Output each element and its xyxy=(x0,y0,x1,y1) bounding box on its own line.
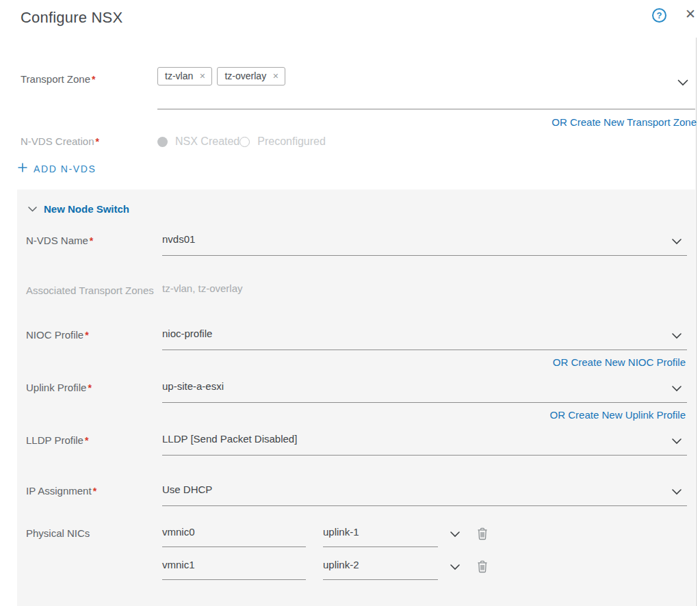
create-uplink-profile-link[interactable]: OR Create New Uplink Profile xyxy=(550,409,686,421)
lldp-profile-select[interactable]: LLDP [Send Packet Disabled] xyxy=(162,433,687,456)
nvds-creation-row: N-VDS Creation* NSX Created Preconfigure… xyxy=(21,135,695,148)
transport-zone-link-row: OR Create New Transport Zone xyxy=(21,116,697,129)
nic-name-input[interactable]: vmnic1 xyxy=(162,559,306,580)
nvds-name-row: N-VDS Name* nvds01 xyxy=(26,233,687,256)
configure-nsx-dialog: Configure NSX ? ✕ Transport Zone* tz-vla… xyxy=(0,0,700,606)
nvds-name-label: N-VDS Name xyxy=(26,235,88,246)
nioc-profile-label: NIOC Profile xyxy=(26,329,83,341)
nvds-creation-label-cell: N-VDS Creation* xyxy=(21,135,157,148)
required-marker: * xyxy=(96,136,99,147)
radio-nsx-created[interactable]: NSX Created xyxy=(157,135,239,148)
nvds-creation-label: N-VDS Creation xyxy=(21,135,94,147)
associated-tz-label: Associated Transport Zones xyxy=(26,285,154,296)
tag-remove-icon[interactable]: ✕ xyxy=(272,72,278,81)
required-marker: * xyxy=(90,235,93,246)
associated-tz-label-cell: Associated Transport Zones xyxy=(26,282,162,304)
radio-preconfigured[interactable]: Preconfigured xyxy=(239,135,326,148)
add-nvds-label: ADD N-VDS xyxy=(34,163,96,174)
chevron-down-icon[interactable] xyxy=(672,382,682,395)
ip-assignment-select[interactable]: Use DHCP xyxy=(162,484,687,506)
transport-zone-row: Transport Zone* tz-vlan ✕ tz-overlay ✕ xyxy=(21,66,695,109)
required-marker: * xyxy=(88,382,91,393)
node-switch-section-toggle[interactable]: New Node Switch xyxy=(28,202,687,215)
required-marker: * xyxy=(85,330,88,341)
ip-assignment-label-cell: IP Assignment* xyxy=(26,484,162,506)
radio-label: Preconfigured xyxy=(257,135,326,148)
nic-name-input[interactable]: vmnic0 xyxy=(162,526,306,547)
tag-chip-label: tz-vlan xyxy=(165,70,193,81)
tag-chip: tz-overlay ✕ xyxy=(217,67,285,85)
nic-name-value: vmnic1 xyxy=(162,559,195,570)
tag-chip-label: tz-overlay xyxy=(224,70,266,81)
chevron-down-icon[interactable] xyxy=(672,330,682,342)
close-icon[interactable]: ✕ xyxy=(685,7,696,22)
tag-chip: tz-vlan ✕ xyxy=(157,67,212,85)
uplink-select[interactable]: uplink-1 xyxy=(323,526,438,547)
uplink-value: uplink-2 xyxy=(323,559,359,570)
transport-zone-combobox[interactable]: tz-vlan ✕ tz-overlay ✕ xyxy=(157,66,695,109)
chevron-down-icon[interactable] xyxy=(450,528,460,540)
uplink-profile-value: up-site-a-esxi xyxy=(162,380,224,392)
help-icon[interactable]: ? xyxy=(652,8,666,23)
page-title: Configure NSX xyxy=(21,9,122,27)
delete-nic-button[interactable] xyxy=(476,559,489,577)
uplink-link-row: OR Create New Uplink Profile xyxy=(26,403,687,421)
tag-remove-icon[interactable]: ✕ xyxy=(199,72,205,81)
uplink-profile-label: Uplink Profile xyxy=(26,382,86,393)
associated-tz-value: tz-vlan, tz-overlay xyxy=(162,282,243,294)
chevron-down-icon[interactable] xyxy=(672,235,682,248)
physical-nics-list: vmnic0 uplink-1 xyxy=(162,526,687,592)
radio-label: NSX Created xyxy=(175,135,239,148)
lldp-profile-label: LLDP Profile xyxy=(26,434,83,446)
transport-zone-chips: tz-vlan ✕ tz-overlay ✕ xyxy=(157,66,695,85)
close-glyph: ✕ xyxy=(685,7,696,21)
lldp-profile-value: LLDP [Send Packet Disabled] xyxy=(162,433,297,445)
uplink-profile-label-cell: Uplink Profile* xyxy=(26,380,162,403)
chevron-down-icon[interactable] xyxy=(672,486,682,498)
radio-selected-icon xyxy=(157,137,168,147)
node-switch-section-title: New Node Switch xyxy=(44,203,129,215)
ip-assignment-label: IP Assignment xyxy=(26,485,92,497)
delete-nic-button[interactable] xyxy=(476,527,489,544)
chevron-down-icon xyxy=(28,202,37,215)
create-nioc-profile-link[interactable]: OR Create New NIOC Profile xyxy=(553,356,686,368)
physical-nics-label-cell: Physical NICs xyxy=(26,526,162,592)
required-marker: * xyxy=(93,486,96,497)
chevron-down-icon[interactable] xyxy=(450,561,460,573)
uplink-profile-select[interactable]: up-site-a-esxi xyxy=(162,380,687,403)
nic-name-value: vmnic0 xyxy=(162,526,195,538)
lldp-profile-label-cell: LLDP Profile* xyxy=(26,433,162,456)
nvds-name-value: nvds01 xyxy=(162,233,195,245)
nvds-name-select[interactable]: nvds01 xyxy=(162,233,687,256)
associated-tz-row: Associated Transport Zones tz-vlan, tz-o… xyxy=(26,282,687,304)
nvds-name-label-cell: N-VDS Name* xyxy=(26,233,162,256)
nioc-profile-value: nioc-profile xyxy=(162,328,212,339)
chevron-down-icon[interactable] xyxy=(672,435,682,447)
physical-nic-row: vmnic0 uplink-1 xyxy=(162,526,687,547)
required-marker: * xyxy=(92,74,95,85)
nioc-profile-label-cell: NIOC Profile* xyxy=(26,328,162,350)
physical-nic-row: vmnic1 uplink-2 xyxy=(162,559,687,580)
required-marker: * xyxy=(85,435,88,446)
uplink-profile-row: Uplink Profile* up-site-a-esxi xyxy=(26,380,687,403)
node-switch-panel: New Node Switch N-VDS Name* nvds01 Assoc… xyxy=(17,189,695,606)
add-nvds-button[interactable]: ADD N-VDS xyxy=(17,162,96,176)
physical-nics-row: Physical NICs vmnic0 uplink-1 xyxy=(26,526,687,592)
plus-icon xyxy=(17,162,28,176)
ip-assignment-value: Use DHCP xyxy=(162,484,212,495)
transport-zone-label: Transport Zone xyxy=(21,73,90,85)
ip-assignment-row: IP Assignment* Use DHCP xyxy=(26,484,687,506)
nioc-link-row: OR Create New NIOC Profile xyxy=(26,350,687,369)
radio-unselected-icon xyxy=(239,137,250,147)
nioc-profile-row: NIOC Profile* nioc-profile xyxy=(26,328,687,350)
transport-zone-label-cell: Transport Zone* xyxy=(21,66,157,109)
physical-nics-label: Physical NICs xyxy=(26,527,90,539)
create-transport-zone-link[interactable]: OR Create New Transport Zone xyxy=(552,116,697,128)
nioc-profile-select[interactable]: nioc-profile xyxy=(162,328,687,350)
associated-tz-value-cell: tz-vlan, tz-overlay xyxy=(162,282,687,304)
chevron-down-icon[interactable] xyxy=(677,77,688,89)
uplink-select[interactable]: uplink-2 xyxy=(323,559,438,580)
uplink-value: uplink-1 xyxy=(323,526,359,538)
lldp-profile-row: LLDP Profile* LLDP [Send Packet Disabled… xyxy=(26,433,687,456)
help-glyph: ? xyxy=(657,10,662,21)
